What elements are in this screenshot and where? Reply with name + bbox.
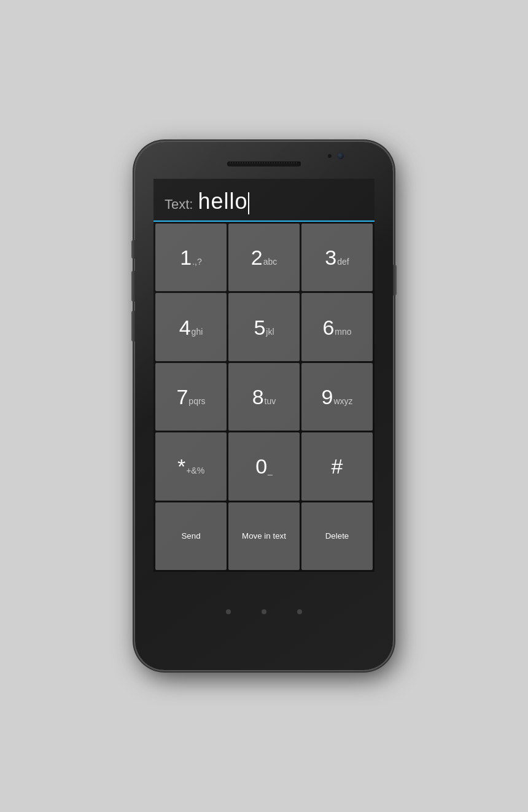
key-6[interactable]: 6mno [301, 293, 373, 361]
text-field-label: Text: [165, 197, 193, 213]
text-field-value: hello [198, 189, 249, 214]
phone-device: Text: hello 1.,? 2abc [117, 130, 411, 682]
nav-dot-home [262, 609, 266, 614]
send-button[interactable]: Send [155, 502, 227, 570]
sensor-dot [328, 154, 332, 158]
nav-dot-back [226, 609, 231, 614]
volume-up-button[interactable] [131, 240, 135, 259]
phone-bottom-nav [135, 572, 393, 646]
key-5[interactable]: 5jkl [228, 293, 300, 361]
key-star[interactable]: *+&% [155, 432, 227, 500]
key-hash[interactable]: # [301, 432, 373, 500]
delete-button[interactable]: Delete [301, 502, 373, 570]
camera-button[interactable] [131, 311, 135, 342]
power-button[interactable] [393, 265, 397, 295]
phone-top-bar [135, 142, 393, 179]
volume-down-button[interactable] [131, 271, 135, 302]
keypad-grid: 1.,? 2abc 3def 4ghi [153, 222, 375, 572]
key-2[interactable]: 2abc [228, 224, 300, 291]
front-camera [338, 153, 344, 159]
key-4[interactable]: 4ghi [155, 293, 227, 361]
key-1[interactable]: 1.,? [155, 224, 227, 291]
speaker-grille [227, 162, 301, 166]
key-9[interactable]: 9wxyz [301, 363, 373, 431]
phone-body: Text: hello 1.,? 2abc [135, 142, 393, 670]
text-cursor [248, 192, 249, 214]
key-0[interactable]: 0_ [228, 432, 300, 500]
phone-screen: Text: hello 1.,? 2abc [153, 179, 375, 572]
key-8[interactable]: 8tuv [228, 363, 300, 431]
key-7[interactable]: 7pqrs [155, 363, 227, 431]
text-input-area: Text: hello [153, 179, 375, 221]
nav-dot-recent [297, 609, 302, 614]
move-in-text-button[interactable]: Move in text [228, 502, 300, 570]
key-3[interactable]: 3def [301, 224, 373, 291]
